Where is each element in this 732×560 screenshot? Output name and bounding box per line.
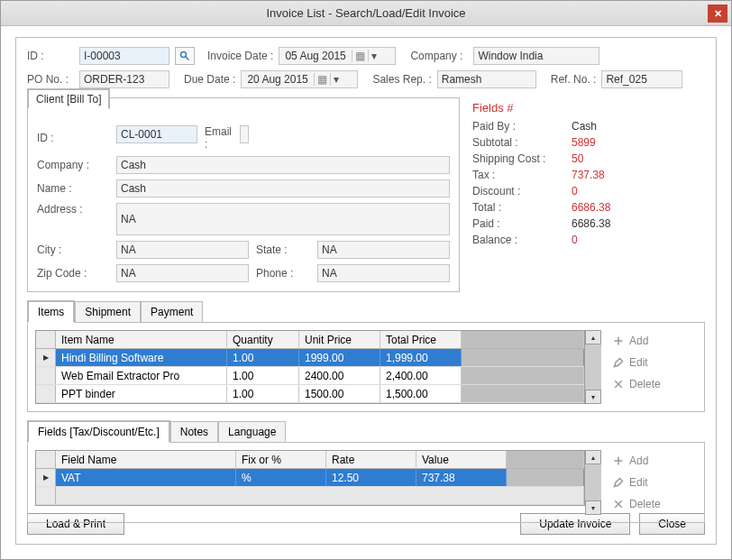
- address-input[interactable]: [116, 203, 450, 235]
- delete-button[interactable]: Delete: [607, 373, 697, 395]
- tax-value: 737.38: [572, 169, 605, 181]
- invoice-date-label: Invoice Date :: [207, 50, 273, 62]
- city-label: City :: [37, 243, 109, 256]
- fields-side-buttons: Add Edit Delete: [607, 450, 697, 515]
- client-id-label: ID :: [37, 132, 109, 144]
- calendar-icon: ▦: [314, 73, 330, 86]
- subtotal-value: 5899: [572, 136, 596, 149]
- client-id-input[interactable]: [116, 125, 197, 143]
- company-input[interactable]: [473, 47, 599, 65]
- client-group: Client [Bill To] ID : Email : Company : …: [27, 97, 460, 292]
- zip-label: Zip Code :: [37, 267, 109, 280]
- due-date-picker[interactable]: 20 Aug 2015 ▦ ▾: [241, 70, 358, 88]
- scroll-down-icon: ▾: [585, 390, 601, 404]
- client-name-input[interactable]: [116, 179, 450, 197]
- city-input[interactable]: [116, 241, 249, 259]
- duedate-label: Due Date :: [184, 73, 235, 86]
- refno-input[interactable]: [601, 70, 682, 88]
- tab-notes[interactable]: Notes: [170, 421, 218, 442]
- tab-items[interactable]: Items: [27, 300, 75, 323]
- table-row[interactable]: Hindi Billing Software 1.00 1999.00 1,99…: [36, 349, 584, 367]
- table-row[interactable]: PPT binder 1.00 1500.00 1,500.00: [36, 385, 584, 403]
- fields-panel: Field Name Fix or % Rate Value VAT % 12.…: [27, 442, 705, 523]
- invoice-id-input[interactable]: [79, 47, 169, 65]
- delete-button[interactable]: Delete: [607, 493, 697, 515]
- tab-fields[interactable]: Fields [Tax/Discount/Etc.]: [27, 420, 170, 443]
- table-row[interactable]: VAT % 12.50 737.38: [36, 469, 584, 487]
- items-tabset: Items Shipment Payment: [27, 299, 705, 322]
- chevron-down-icon: ▾: [368, 50, 380, 62]
- invoice-date-picker[interactable]: 05 Aug 2015 ▦ ▾: [279, 47, 396, 65]
- pono-label: PO No. :: [27, 73, 74, 86]
- search-icon[interactable]: [175, 47, 195, 65]
- fields-tabset: Fields [Tax/Discount/Etc.] Notes Languag…: [27, 419, 705, 442]
- edit-button[interactable]: Edit: [607, 352, 697, 373]
- table-row[interactable]: Web Email Extractor Pro 1.00 2400.00 2,4…: [36, 367, 584, 385]
- tab-payment[interactable]: Payment: [141, 301, 203, 322]
- close-icon[interactable]: ✕: [708, 5, 727, 23]
- refno-label: Ref. No. :: [551, 73, 597, 86]
- state-label: State :: [256, 243, 310, 256]
- header-row-1: ID : Invoice Date : 05 Aug 2015 ▦ ▾ Comp…: [27, 47, 705, 65]
- tab-language[interactable]: Language: [218, 421, 286, 442]
- tab-shipment[interactable]: Shipment: [75, 301, 141, 322]
- chevron-down-icon: ▾: [330, 73, 343, 86]
- phone-label: Phone :: [256, 267, 310, 280]
- add-button[interactable]: Add: [607, 450, 697, 472]
- items-grid[interactable]: Item Name Quantity Unit Price Total Pric…: [35, 330, 585, 404]
- client-tab[interactable]: Client [Bill To]: [27, 88, 110, 109]
- window-title: Invoice List - Search/Load/Edit Invoice: [266, 6, 465, 20]
- client-company-input[interactable]: [116, 156, 450, 174]
- company-label: Company :: [410, 50, 462, 62]
- pono-input[interactable]: [79, 70, 169, 88]
- client-name-label: Name :: [37, 182, 109, 195]
- svg-line-1: [186, 57, 189, 60]
- svg-point-0: [181, 52, 187, 58]
- zip-input[interactable]: [116, 264, 249, 282]
- paidby-value: Cash: [572, 120, 597, 133]
- salesrep-label: Sales Rep. :: [372, 73, 431, 86]
- email-input[interactable]: [240, 125, 249, 143]
- address-label: Address :: [37, 203, 109, 216]
- titlebar: Invoice List - Search/Load/Edit Invoice …: [1, 1, 731, 26]
- items-panel: Item Name Quantity Unit Price Total Pric…: [27, 322, 705, 412]
- salesrep-input[interactable]: [437, 70, 536, 88]
- calendar-icon: ▦: [352, 50, 368, 62]
- shipping-value: 50: [572, 152, 583, 165]
- fields-scrollbar[interactable]: ▴▾: [585, 450, 601, 515]
- total-value: 6686.38: [572, 201, 610, 214]
- scroll-up-icon: ▴: [585, 330, 601, 344]
- totals-panel: Fields # Paid By :Cash Subtotal :5899 Sh…: [472, 94, 705, 292]
- id-label: ID :: [27, 50, 74, 62]
- fields-heading: Fields #: [472, 101, 705, 115]
- discount-value: 0: [572, 185, 578, 197]
- items-side-buttons: Add Edit Delete: [607, 330, 697, 404]
- balance-value: 0: [572, 234, 578, 246]
- client-company-label: Company :: [37, 159, 109, 171]
- add-button[interactable]: Add: [607, 330, 697, 352]
- items-scrollbar[interactable]: ▴▾: [585, 330, 601, 404]
- fields-grid[interactable]: Field Name Fix or % Rate Value VAT % 12.…: [35, 450, 585, 506]
- header-row-2: PO No. : Due Date : 20 Aug 2015 ▦ ▾ Sale…: [27, 70, 705, 88]
- content-frame: ID : Invoice Date : 05 Aug 2015 ▦ ▾ Comp…: [15, 37, 717, 545]
- phone-input[interactable]: [317, 264, 450, 282]
- email-label: Email :: [205, 125, 233, 151]
- state-input[interactable]: [317, 241, 450, 259]
- paid-value: 6686.38: [572, 217, 610, 230]
- edit-button[interactable]: Edit: [607, 472, 697, 493]
- invoice-window: Invoice List - Search/Load/Edit Invoice …: [0, 0, 732, 560]
